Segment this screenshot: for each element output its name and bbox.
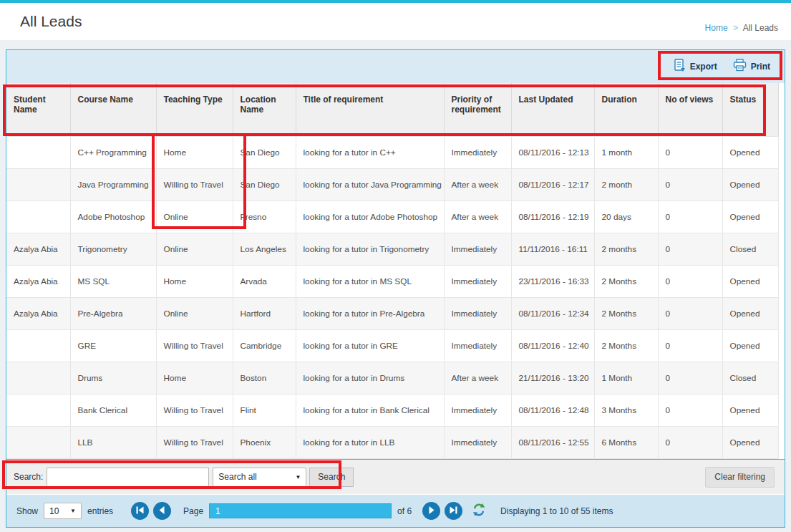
table-cell: After a week: [444, 362, 511, 394]
breadcrumb-separator: >: [733, 23, 738, 33]
column-header[interactable]: Priority of requirement: [444, 83, 511, 136]
search-button[interactable]: Search: [309, 468, 354, 487]
table-row[interactable]: Adobe PhotoshopOnlineFresnolooking for a…: [6, 200, 778, 233]
table-row[interactable]: Java ProgrammingWilling to TravelSan Die…: [6, 168, 778, 200]
breadcrumb-home-link[interactable]: Home: [705, 23, 728, 33]
column-header[interactable]: No of views: [658, 83, 722, 136]
page-label: Page: [183, 506, 203, 516]
table-cell: MS SQL: [70, 265, 156, 297]
column-header[interactable]: Student Name: [6, 83, 70, 136]
table-cell: [6, 136, 70, 168]
table-cell: Immediately: [444, 265, 511, 297]
table-cell: Opened: [722, 265, 778, 297]
search-input[interactable]: [47, 468, 209, 487]
table-cell: 0: [658, 168, 722, 200]
table-cell: 0: [658, 426, 722, 458]
table-cell: 6 Months: [594, 426, 658, 458]
table-row[interactable]: Azalya AbiaMS SQLHomeArvadalooking for a…: [6, 265, 778, 297]
print-label: Print: [751, 62, 770, 72]
table-cell: Willing to Travel: [156, 329, 233, 362]
table-row[interactable]: LLBWilling to TravelPhoenixlooking for a…: [6, 426, 778, 458]
table-cell: 08/11/2016 - 12:55: [511, 426, 594, 458]
search-bar: Search: Search all ▼ Search Clear filter…: [6, 459, 785, 494]
page-count-label: of 6: [397, 506, 412, 516]
display-status: Displaying 1 to 10 of 55 items: [500, 506, 613, 516]
table-row[interactable]: Azalya AbiaPre-AlgebraOnlineHartfordlook…: [6, 297, 778, 329]
table-cell: 08/11/2016 - 12:17: [511, 168, 594, 200]
entries-select[interactable]: 10 ▼: [44, 503, 82, 519]
table-cell: Immediately: [444, 426, 511, 458]
table-cell: Phoenix: [233, 426, 296, 458]
table-cell: Immediately: [444, 394, 511, 426]
table-cell: Opened: [722, 168, 778, 200]
table-cell: 2 Months: [594, 329, 658, 362]
search-column-select[interactable]: Search all ▼: [213, 468, 306, 487]
table-header-row: Student NameCourse NameTeaching TypeLoca…: [6, 83, 778, 136]
first-page-button[interactable]: [131, 502, 149, 520]
table-cell: looking for a tutor in LLB: [296, 426, 444, 458]
table-cell: looking for a tutor Adobe Photoshop: [296, 200, 444, 233]
table-cell: [6, 200, 70, 233]
table-cell: Closed: [722, 233, 778, 265]
table-cell: Willing to Travel: [156, 168, 233, 200]
table-cell: 11/11/2016 - 16:11: [511, 233, 594, 265]
table-cell: Online: [156, 233, 233, 265]
table-cell: Home: [156, 265, 233, 297]
table-cell: [6, 394, 70, 426]
table-cell: Bank Clerical: [70, 394, 156, 426]
table-cell: Trigonometry: [70, 233, 156, 265]
column-header[interactable]: Status: [722, 83, 778, 136]
table-cell: Los Angeles: [233, 233, 296, 265]
table-cell: Adobe Photoshop: [70, 200, 156, 233]
last-page-button[interactable]: [445, 502, 462, 520]
export-button[interactable]: Export: [674, 59, 717, 75]
table-cell: Flint: [233, 394, 296, 426]
table-row[interactable]: DrumsHomeBostonlooking for a tutor in Dr…: [6, 362, 778, 394]
table-row[interactable]: C++ ProgrammingHomeSan Diegolooking for …: [6, 136, 778, 168]
table-cell: Willing to Travel: [156, 426, 233, 458]
table-cell: After a week: [444, 168, 511, 200]
table-cell: Azalya Abia: [6, 297, 70, 329]
page-input[interactable]: [209, 503, 392, 518]
chevron-down-icon: ▼: [70, 508, 76, 514]
column-header[interactable]: Title of requirement: [296, 83, 444, 136]
leads-table: Student NameCourse NameTeaching TypeLoca…: [6, 83, 779, 459]
table-cell: 2 months: [594, 233, 658, 265]
column-header[interactable]: Duration: [594, 83, 658, 136]
print-button[interactable]: Print: [733, 59, 770, 74]
table-cell: 21/11/2016 - 13:20: [511, 362, 594, 394]
page-title: All Leads: [20, 13, 82, 30]
table-cell: 0: [658, 297, 722, 329]
previous-page-button[interactable]: [153, 502, 171, 520]
table-cell: Drums: [70, 362, 156, 394]
skip-to-first-icon: [135, 506, 145, 517]
column-header[interactable]: Course Name: [70, 83, 156, 136]
clear-filtering-button[interactable]: Clear filtering: [705, 467, 775, 488]
table-cell: 20 days: [594, 200, 658, 233]
table-cell: Hartford: [233, 297, 296, 329]
refresh-button[interactable]: [472, 503, 486, 519]
table-cell: 1 Month: [594, 362, 658, 394]
table-cell: Fresno: [233, 200, 296, 233]
breadcrumb: Home > All Leads: [705, 23, 778, 40]
column-header[interactable]: Teaching Type: [156, 83, 233, 136]
chevron-left-icon: [157, 506, 167, 517]
table-cell: 0: [658, 394, 722, 426]
table-row[interactable]: GREWilling to TravelCambridgelooking for…: [6, 329, 778, 362]
table-cell: 08/11/2016 - 12:40: [511, 329, 594, 362]
table-cell: After a week: [444, 200, 511, 233]
table-row[interactable]: Azalya AbiaTrigonometryOnlineLos Angeles…: [6, 233, 778, 265]
table-cell: Arvada: [233, 265, 296, 297]
chevron-right-icon: [427, 506, 436, 517]
table-cell: [6, 168, 70, 200]
table-cell: 23/11/2016 - 16:33: [511, 265, 594, 297]
column-header[interactable]: Last Updated: [511, 83, 594, 136]
table-cell: 0: [658, 136, 722, 168]
column-header[interactable]: Location Name: [233, 83, 296, 136]
entries-label: entries: [87, 506, 113, 516]
table-cell: Willing to Travel: [156, 394, 233, 426]
next-page-button[interactable]: [422, 502, 440, 520]
export-icon: [674, 59, 686, 75]
table-row[interactable]: Bank ClericalWilling to TravelFlintlooki…: [6, 394, 778, 426]
table-cell: Opened: [722, 200, 778, 233]
